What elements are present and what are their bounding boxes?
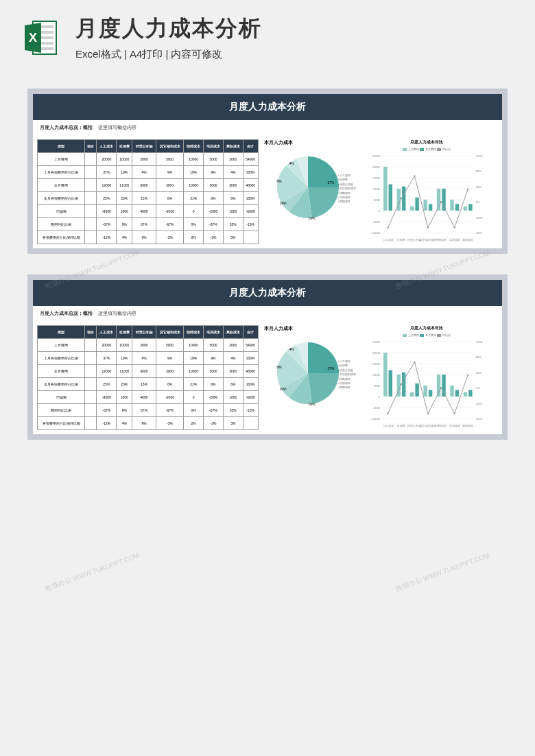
row-label: 本月各项费用所占比例 bbox=[38, 192, 85, 205]
watermark: 熊猫办公 WWW.TUKUPPT.COM bbox=[394, 550, 491, 593]
excel-icon: X bbox=[21, 17, 62, 58]
table-cell: 3000 bbox=[223, 365, 243, 378]
table-header: 社保费 bbox=[117, 140, 132, 153]
pie-section: 本月人力成本37%19%19%8%4%• 人工成本• 社保费• 经营公积金• 其… bbox=[264, 139, 353, 244]
svg-text:0%: 0% bbox=[476, 200, 480, 204]
pie-section: 本月人力成本37%19%19%8%4%• 人工成本• 社保费• 经营公积金• 其… bbox=[264, 325, 353, 430]
table-cell: -3% bbox=[156, 417, 183, 430]
bar-title: 月度人力成本对比 bbox=[355, 325, 498, 331]
table-row: 各项费用所占比例环比额-12%4%9%-3%2%-3%3% bbox=[38, 231, 259, 244]
table-cell: 2000 bbox=[132, 153, 156, 166]
table-cell: 54000 bbox=[243, 339, 258, 352]
table-cell: 11000 bbox=[117, 179, 132, 192]
table-header: 招聘成本 bbox=[184, 140, 204, 153]
table-cell: 9% bbox=[117, 218, 132, 231]
table-cell: 4% bbox=[132, 166, 156, 179]
table-cell: 3000 bbox=[204, 179, 224, 192]
row-label: 本月费用 bbox=[38, 179, 85, 192]
svg-text:离职成本: 离职成本 bbox=[462, 238, 473, 241]
table-cell: -67% bbox=[204, 218, 224, 231]
pie-title: 本月人力成本 bbox=[264, 325, 353, 332]
pie-percent-label: 19% bbox=[279, 201, 286, 205]
table-header: 离职成本 bbox=[223, 140, 243, 153]
row-label: 上月各项费用所占比例 bbox=[38, 166, 85, 179]
table-cell: 4% bbox=[132, 352, 156, 365]
table-cell: 12000 bbox=[97, 365, 117, 378]
svg-text:-10000: -10000 bbox=[372, 231, 381, 235]
table-cell: 10000 bbox=[117, 339, 132, 352]
bar-chart: 2500020000150001000050000-5000-10000120%… bbox=[355, 153, 498, 242]
cost-table: 类型项目人工成本社保费经营公积金其它福利成本招聘成本培训成本离职成本合计上月费用… bbox=[37, 325, 259, 430]
table-cell: -67% bbox=[97, 404, 117, 417]
preview-2: 月度人力成本分析月度人力成本总况：概括 这里填写概括内容类型项目人工成本社保费经… bbox=[27, 274, 508, 440]
table-cell: 0 bbox=[184, 391, 204, 404]
table-header: 类型 bbox=[38, 140, 85, 153]
table-header: 人工成本 bbox=[97, 326, 117, 339]
table-cell bbox=[85, 417, 97, 430]
table-row: 费用环比比例-67%9%67%-67%0%-67%33%-13% bbox=[38, 218, 259, 231]
table-cell: 13% bbox=[132, 378, 156, 391]
header-text: 月度人力成本分析 Excel格式 | A4打印 | 内容可修改 bbox=[75, 14, 514, 61]
table-header: 经营公积金 bbox=[132, 326, 156, 339]
svg-rect-36 bbox=[410, 206, 414, 211]
table-row: 本月各项费用所占比例25%23%13%6%21%6%6%100% bbox=[38, 192, 259, 205]
table-cell: -67% bbox=[156, 404, 183, 417]
svg-rect-49 bbox=[468, 204, 472, 211]
svg-text:人工成本: 人工成本 bbox=[383, 424, 394, 427]
table-row: 上月费用200001000020005000100005000200054000 bbox=[38, 339, 259, 352]
legend-item: 本月费用 bbox=[420, 333, 436, 337]
svg-text:社保费: 社保费 bbox=[397, 238, 405, 241]
table-cell: 11000 bbox=[117, 365, 132, 378]
svg-text:人工成本: 人工成本 bbox=[383, 238, 394, 241]
svg-rect-81 bbox=[389, 370, 392, 397]
svg-point-105 bbox=[440, 387, 442, 388]
svg-point-57 bbox=[467, 189, 468, 190]
table-cell: 67% bbox=[132, 218, 156, 231]
table-row: 上月各项费用所占比例37%19%4%9%19%9%4%100% bbox=[38, 166, 259, 179]
table-cell: 9% bbox=[204, 352, 224, 365]
table-cell: -2000 bbox=[204, 391, 224, 404]
pie-percent-label: 8% bbox=[276, 365, 281, 369]
table-row: 上月各项费用所占比例37%19%4%9%19%9%4%100% bbox=[38, 352, 259, 365]
table-header: 离职成本 bbox=[223, 326, 243, 339]
svg-text:-5000: -5000 bbox=[373, 406, 381, 410]
table-cell bbox=[85, 231, 97, 244]
table-cell: 0 bbox=[184, 205, 204, 218]
banner-title: 月度人力成本分析 bbox=[33, 280, 502, 306]
preview-inner: 月度人力成本分析月度人力成本总况：概括 这里填写概括内容类型项目人工成本社保费经… bbox=[33, 94, 502, 248]
svg-text:0: 0 bbox=[379, 395, 381, 399]
table-cell: -67% bbox=[97, 218, 117, 231]
overview-row: 月度人力成本总况：概括 这里填写概括内容 bbox=[33, 306, 502, 321]
pie-percent-label: 37% bbox=[327, 180, 334, 185]
table-cell: 48000 bbox=[243, 365, 258, 378]
table-cell: 1000 bbox=[223, 391, 243, 404]
row-label: 本月各项费用所占比例 bbox=[38, 378, 85, 391]
table-cell bbox=[85, 192, 97, 205]
table-cell: 4% bbox=[223, 166, 243, 179]
table-cell: -8000 bbox=[97, 205, 117, 218]
row-label: 各项费用所占比例环比额 bbox=[38, 231, 85, 244]
pie-chart: 37%19%19%8%4%• 人工成本• 社保费• 经营公积金• 其它福利成本•… bbox=[274, 339, 342, 407]
svg-text:25000: 25000 bbox=[372, 340, 381, 344]
svg-point-52 bbox=[401, 198, 402, 199]
row-label: 费用环比比例 bbox=[38, 218, 85, 231]
row-label: 增减额 bbox=[38, 205, 85, 218]
svg-rect-99 bbox=[468, 390, 472, 397]
row-label: 增减额 bbox=[38, 391, 85, 404]
svg-text:-40%: -40% bbox=[476, 216, 483, 220]
table-cell: 2% bbox=[184, 417, 204, 430]
pie-legend: • 人工成本• 社保费• 经营公积金• 其它福利成本• 招聘成本• 培训成本• … bbox=[338, 359, 357, 390]
table-cell: 10000 bbox=[184, 339, 204, 352]
cost-table: 类型项目人工成本社保费经营公积金其它福利成本招聘成本培训成本离职成本合计上月费用… bbox=[37, 139, 259, 244]
table-cell: 6000 bbox=[132, 365, 156, 378]
svg-rect-86 bbox=[410, 392, 414, 397]
table-cell: 33% bbox=[223, 218, 243, 231]
row-label: 上月费用 bbox=[38, 153, 85, 166]
svg-rect-87 bbox=[416, 383, 419, 397]
table-cell: 0% bbox=[184, 218, 204, 231]
svg-rect-34 bbox=[402, 187, 405, 211]
table-cell: -3% bbox=[204, 417, 224, 430]
table-cell bbox=[85, 404, 97, 417]
legend-item: 上月费用 bbox=[403, 333, 419, 337]
legend-item: 环比比 bbox=[437, 147, 451, 151]
